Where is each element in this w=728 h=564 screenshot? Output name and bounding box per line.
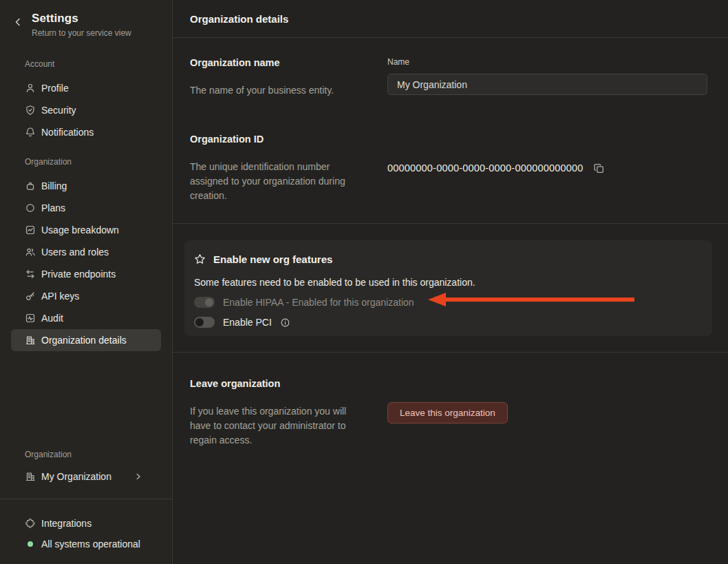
page-header: Organization details xyxy=(173,0,728,38)
usage-chart-icon xyxy=(25,224,36,236)
bell-icon xyxy=(25,127,36,138)
sidebar-item-plans[interactable]: Plans xyxy=(11,197,161,219)
hipaa-toggle-row: Enable HIPAA - Enabled for this organiza… xyxy=(194,295,703,309)
page-title: Organization details xyxy=(190,13,288,25)
sidebar-item-label: Usage breakdown xyxy=(41,224,119,236)
leave-organization-description: If you leave this organization you will … xyxy=(190,404,362,448)
settings-title: Settings xyxy=(32,11,131,26)
sidebar-item-label: Billing xyxy=(41,180,67,191)
organization-id-info: Organization ID The unique identificatio… xyxy=(190,134,387,203)
sidebar-item-label: Security xyxy=(41,105,76,116)
settings-subtitle: Return to your service view xyxy=(32,28,131,39)
back-chevron-icon[interactable] xyxy=(12,17,23,28)
org-switcher-block: Organization My Organization xyxy=(0,450,172,488)
sidebar-item-organization-details[interactable]: Organization details xyxy=(11,329,161,351)
money-bag-icon xyxy=(25,180,36,191)
section-organization-name: Organization name The name of your busin… xyxy=(173,57,728,98)
account-items: Profile Security Notifications xyxy=(0,77,172,143)
toggle-knob xyxy=(205,298,213,306)
sidebar-header: Settings Return to your service view xyxy=(0,0,172,39)
sidebar-footer: Integrations All systems operational xyxy=(0,499,172,564)
main-content: Organization details Organization name T… xyxy=(173,0,728,564)
sidebar-spacer xyxy=(0,351,172,450)
leave-organization-button-label: Leave this organization xyxy=(400,408,495,418)
sidebar-item-label: API keys xyxy=(41,291,79,302)
integrations-link[interactable]: Integrations xyxy=(11,513,161,534)
name-field-label: Name xyxy=(387,57,707,67)
organization-id-value: 00000000-0000-0000-0000-000000000000 xyxy=(387,161,584,175)
integrations-label: Integrations xyxy=(41,518,92,529)
leave-organization-action: Leave this organization xyxy=(387,378,707,448)
organization-name-form: Name xyxy=(387,57,707,98)
status-dot-icon xyxy=(28,541,33,547)
sidebar-title-block: Settings Return to your service view xyxy=(32,11,131,39)
building-icon xyxy=(25,471,36,482)
feature-card-description: Some features need to be enabled to be u… xyxy=(194,276,703,289)
info-icon[interactable] xyxy=(280,317,290,328)
settings-sidebar: Settings Return to your service view Acc… xyxy=(0,0,173,564)
audit-icon xyxy=(25,313,36,324)
puzzle-icon xyxy=(25,518,36,529)
organization-id-description: The unique identification number assigne… xyxy=(190,160,362,203)
section-leave-organization: Leave organization If you leave this org… xyxy=(173,378,728,448)
organization-name-input[interactable] xyxy=(387,74,707,95)
sidebar-item-audit[interactable]: Audit xyxy=(11,307,161,329)
app-window: Settings Return to your service view Acc… xyxy=(0,0,728,564)
feature-card-title: Enable new org features xyxy=(213,253,332,265)
section-label-organization: Organization xyxy=(0,157,172,167)
pci-toggle-label: Enable PCI xyxy=(223,317,272,328)
leave-organization-info: Leave organization If you leave this org… xyxy=(190,378,387,448)
key-icon xyxy=(25,291,36,302)
divider xyxy=(173,223,728,224)
organization-name-info: Organization name The name of your busin… xyxy=(190,57,387,98)
hipaa-toggle-label: Enable HIPAA - Enabled for this organiza… xyxy=(223,297,414,308)
circle-icon xyxy=(25,202,36,213)
building-icon xyxy=(25,335,36,346)
sidebar-item-users-and-roles[interactable]: Users and roles xyxy=(11,241,161,263)
organization-id-value-block: 00000000-0000-0000-0000-000000000000 xyxy=(387,134,707,203)
chevron-right-icon xyxy=(133,472,143,481)
shield-check-icon xyxy=(25,105,36,116)
organization-items: Billing Plans Usage breakdown Users and … xyxy=(0,175,172,351)
sidebar-item-profile[interactable]: Profile xyxy=(11,77,161,99)
pci-toggle-row: Enable PCI xyxy=(194,315,703,329)
users-icon xyxy=(25,247,36,258)
leave-organization-title: Leave organization xyxy=(190,378,387,389)
sidebar-item-label: Notifications xyxy=(41,127,94,138)
toggle-knob xyxy=(195,318,204,326)
swap-arrows-icon xyxy=(25,269,36,280)
leave-organization-button[interactable]: Leave this organization xyxy=(387,402,508,424)
divider xyxy=(173,352,728,353)
sidebar-item-label: Organization details xyxy=(41,335,127,346)
sidebar-item-label: Users and roles xyxy=(41,247,109,258)
sidebar-item-label: Profile xyxy=(41,83,69,94)
org-switcher[interactable]: My Organization xyxy=(11,466,161,488)
sidebar-item-billing[interactable]: Billing xyxy=(11,175,161,197)
organization-id-title: Organization ID xyxy=(190,134,387,145)
org-switcher-label: Organization xyxy=(0,450,172,459)
sidebar-item-security[interactable]: Security xyxy=(11,99,161,121)
copy-icon[interactable] xyxy=(593,163,605,174)
sidebar-item-notifications[interactable]: Notifications xyxy=(11,121,161,143)
user-icon xyxy=(25,83,36,94)
feature-card-header: Enable new org features xyxy=(194,252,703,266)
sidebar-item-label: Plans xyxy=(41,202,65,213)
section-organization-id: Organization ID The unique identificatio… xyxy=(173,134,728,203)
sidebar-item-private-endpoints[interactable]: Private endpoints xyxy=(11,263,161,285)
sidebar-item-api-keys[interactable]: API keys xyxy=(11,285,161,307)
sidebar-item-label: Private endpoints xyxy=(41,269,116,280)
enable-features-card: Enable new org features Some features ne… xyxy=(184,240,712,336)
section-label-account: Account xyxy=(0,59,172,69)
hipaa-toggle[interactable] xyxy=(194,297,215,308)
organization-name-description: The name of your business entity. xyxy=(190,83,362,98)
sidebar-item-usage-breakdown[interactable]: Usage breakdown xyxy=(11,219,161,241)
system-status-link[interactable]: All systems operational xyxy=(11,534,161,554)
status-label: All systems operational xyxy=(41,539,140,550)
pci-toggle[interactable] xyxy=(194,317,215,328)
organization-name-title: Organization name xyxy=(190,57,387,68)
org-switcher-name: My Organization xyxy=(41,471,128,482)
sidebar-item-label: Audit xyxy=(41,313,63,324)
star-icon xyxy=(194,253,206,265)
